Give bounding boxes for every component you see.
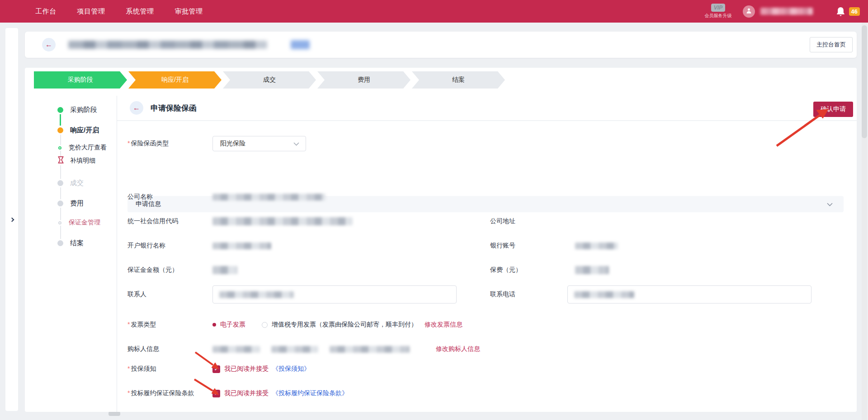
person-icon (745, 7, 752, 16)
terms-row: 投标履约保证保险条款 ✓ 我已阅读并接受 《投标履约保证保险条款》 (117, 389, 857, 398)
notification-count-badge[interactable]: 46 (849, 7, 860, 16)
hourglass-icon (58, 156, 64, 165)
stage-current-dot-icon (57, 127, 63, 133)
project-status-badge-redacted (291, 40, 310, 49)
buyer-value-1-redacted (212, 346, 260, 353)
sidebar-item-closing[interactable]: 结案 (25, 238, 84, 247)
topbar-right: VIP 会员服务升级 46 (705, 0, 860, 23)
premium-label: 保费（元） (490, 266, 522, 274)
contact-value-redacted (219, 291, 294, 298)
step-fees[interactable]: 费用 (317, 71, 410, 89)
nav-system-management[interactable]: 系统管理 (126, 7, 154, 16)
page-header-card: ← 主控台首页 (25, 32, 857, 58)
insurance-type-value: 阳光保险 (220, 140, 293, 148)
timeline-line-done (60, 113, 61, 126)
form-title-row: ← 申请保险保函 确认申请 (117, 96, 857, 121)
chevron-down-icon (293, 140, 299, 147)
company-address-label: 公司地址 (490, 217, 515, 225)
company-name-row: 公司名称 (117, 192, 857, 201)
insurance-type-row: 保险保函类型 阳光保险 (117, 136, 857, 151)
stage-done-dot-icon (57, 107, 63, 113)
chevron-right-icon (9, 217, 14, 222)
terms-document-link[interactable]: 《投标履约保证保险条款》 (272, 389, 348, 397)
project-title-redacted (68, 41, 267, 49)
step-deal[interactable]: 成交 (223, 71, 316, 89)
buyer-value-2-redacted (271, 346, 318, 353)
buyer-value-3-redacted (330, 346, 410, 353)
sidebar-item-response-open[interactable]: 响应/开启 (25, 126, 99, 135)
terms-agree-text: 我已阅读并接受 (224, 389, 269, 397)
edit-invoice-info-link[interactable]: 修改发票信息 (425, 321, 462, 329)
electronic-invoice-option-label[interactable]: 电子发票 (220, 321, 245, 329)
terms-label: 投标履约保证保险条款 (127, 389, 212, 397)
radio-vat-invoice[interactable] (262, 322, 268, 328)
bank-name-value-redacted (212, 243, 271, 249)
stage-pending-dot-icon (57, 180, 63, 186)
terms-checkbox-checked[interactable]: ✓ (212, 390, 220, 397)
header-back-button[interactable]: ← (42, 38, 56, 51)
notice-agree-text: 我已阅读并接受 (224, 365, 269, 373)
page-title: 申请保险保函 (151, 103, 197, 113)
invoice-type-label: 发票类型 (127, 321, 212, 329)
sidebar-item-deposit-management[interactable]: 保证金管理 (25, 218, 100, 227)
nav-workbench[interactable]: 工作台 (35, 7, 57, 16)
insurance-form: ← 申请保险保函 确认申请 保险保函类型 阳光保险 申请信息 (117, 96, 857, 412)
stage-timeline: 采购阶段 响应/开启 竞价大厅查看 补填明细 成交 (25, 68, 117, 412)
vip-icon: VIP (711, 4, 725, 12)
sidebar-item-fees[interactable]: 费用 (25, 199, 84, 208)
edit-buyer-info-link[interactable]: 修改购标人信息 (436, 345, 480, 353)
deposit-amount-label: 保证金金额（元） (127, 266, 212, 274)
company-name-label: 公司名称 (127, 193, 212, 201)
substep-ring-icon (58, 146, 61, 149)
sidebar-item-supplement-details[interactable]: 补填明细 (25, 156, 95, 165)
horizontal-scrollbar-thumb[interactable] (108, 411, 120, 416)
nav-approval-management[interactable]: 审批管理 (175, 7, 203, 16)
contact-phone-label: 联系电话 (490, 290, 515, 299)
app-window: 工作台 项目管理 系统管理 审批管理 VIP 会员服务升级 46 (0, 0, 868, 420)
bank-name-label: 开户银行名称 (127, 242, 212, 250)
contact-phone-value-redacted (574, 291, 634, 298)
nav-project-management[interactable]: 项目管理 (77, 7, 105, 16)
form-back-button[interactable]: ← (130, 101, 143, 115)
step-response-open[interactable]: 响应/开启 (128, 71, 222, 89)
sidebar-item-deal[interactable]: 成交 (25, 178, 84, 187)
deposit-amount-value-redacted (212, 266, 237, 274)
vat-invoice-option-label[interactable]: 增值税专用发票（发票由保险公司邮寄，顺丰到付） (272, 321, 417, 329)
credit-code-label: 统一社会信用代码 (127, 217, 212, 225)
vip-upgrade[interactable]: VIP 会员服务升级 (705, 4, 732, 19)
credit-code-value-redacted (212, 217, 353, 225)
arrow-left-icon: ← (133, 104, 140, 112)
console-home-button[interactable]: 主控台首页 (810, 37, 853, 52)
sidebar-item-procurement-stage[interactable]: 采购阶段 (25, 105, 97, 114)
buyer-info-label: 购标人信息 (127, 345, 212, 353)
credit-code-row: 统一社会信用代码 公司地址 (117, 217, 857, 226)
vertical-scrollbar-thumb[interactable] (862, 25, 867, 138)
username-redacted[interactable] (760, 8, 813, 15)
notice-document-link[interactable]: 《投保须知》 (272, 365, 310, 373)
contact-input[interactable] (212, 285, 457, 303)
company-name-value-redacted (212, 194, 326, 201)
chevron-down-icon (827, 201, 833, 208)
bank-name-row: 开户银行名称 银行账号 (117, 241, 857, 250)
stage-pending-dot-icon (57, 201, 63, 206)
invoice-type-row: 发票类型 电子发票 增值税专用发票（发票由保险公司邮寄，顺丰到付） 修改发票信息 (117, 320, 857, 329)
radio-electronic-invoice-selected[interactable] (212, 323, 216, 327)
sidebar-item-bidding-hall[interactable]: 竞价大厅查看 (25, 143, 107, 152)
step-closing[interactable]: 结案 (412, 71, 505, 89)
contact-phone-input[interactable] (567, 285, 811, 303)
confirm-apply-button[interactable]: 确认申请 (813, 102, 853, 117)
buyer-info-row: 购标人信息 修改购标人信息 (117, 345, 857, 354)
bank-account-label: 银行账号 (490, 242, 515, 250)
user-avatar[interactable] (743, 5, 755, 18)
premium-value-redacted (575, 266, 609, 274)
contact-label: 联系人 (127, 290, 212, 299)
bank-account-value-redacted (575, 243, 618, 249)
notice-checkbox-checked[interactable]: ✓ (212, 365, 220, 373)
notification-bell-icon[interactable] (836, 7, 845, 16)
sidebar-expand-strip[interactable] (5, 28, 18, 411)
contact-row: 联系人 联系电话 (117, 285, 857, 303)
topbar: 工作台 项目管理 系统管理 审批管理 VIP 会员服务升级 46 (0, 0, 868, 23)
deposit-amount-row: 保证金金额（元） 保费（元） (117, 266, 857, 275)
insurance-type-select[interactable]: 阳光保险 (212, 136, 306, 151)
substep-ring-icon (58, 221, 61, 224)
